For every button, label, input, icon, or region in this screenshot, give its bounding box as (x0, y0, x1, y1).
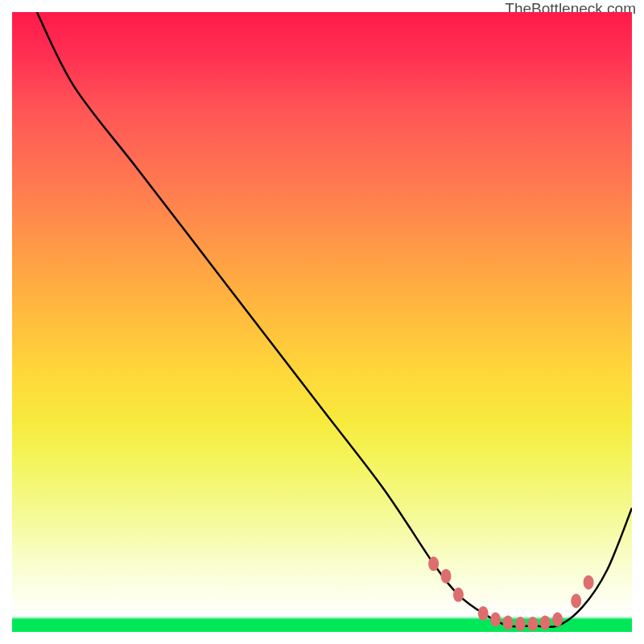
bottleneck-curve-path (37, 12, 632, 627)
minimum-marker (571, 594, 581, 609)
minimum-marker (552, 613, 563, 627)
minimum-marker (527, 617, 538, 631)
minimum-marker (584, 575, 594, 589)
minimum-marker (441, 569, 452, 584)
chart-plot-area (12, 12, 632, 632)
minimum-marker (428, 556, 439, 571)
minimum-marker (503, 615, 514, 630)
minimum-marker (490, 613, 501, 627)
minimum-marker (540, 615, 551, 630)
minimum-marker (478, 606, 489, 621)
minimum-marker (453, 588, 464, 602)
minimum-marker (515, 617, 526, 631)
bottleneck-curve-svg (12, 12, 632, 632)
